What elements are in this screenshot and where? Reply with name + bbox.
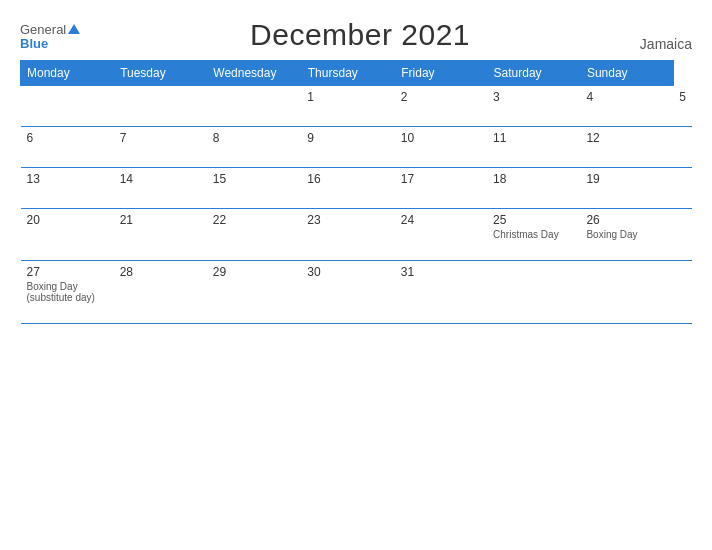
day-number: 16 — [307, 172, 389, 186]
calendar-week-row: 202122232425Christmas Day26Boxing Day — [21, 209, 693, 261]
day-number: 21 — [120, 213, 201, 227]
day-number: 30 — [307, 265, 389, 279]
table-row: 19 — [580, 168, 673, 209]
table-row: 21 — [114, 209, 207, 261]
table-row: 11 — [487, 127, 580, 168]
table-row: 6 — [21, 127, 114, 168]
calendar-week-row: 13141516171819 — [21, 168, 693, 209]
col-monday: Monday — [21, 61, 114, 86]
table-row: 15 — [207, 168, 301, 209]
day-number: 17 — [401, 172, 481, 186]
day-number: 23 — [307, 213, 389, 227]
col-wednesday: Wednesday — [207, 61, 301, 86]
day-number: 6 — [27, 131, 108, 145]
table-row: 16 — [301, 168, 395, 209]
country-label: Jamaica — [640, 36, 692, 52]
calendar-header-row: Monday Tuesday Wednesday Thursday Friday… — [21, 61, 693, 86]
day-number: 1 — [307, 90, 389, 104]
col-thursday: Thursday — [301, 61, 395, 86]
day-number: 11 — [493, 131, 574, 145]
table-row: 10 — [395, 127, 487, 168]
day-number: 24 — [401, 213, 481, 227]
table-row: 5 — [673, 86, 692, 127]
calendar-week-row: 27Boxing Day (substitute day)28293031 — [21, 261, 693, 324]
day-number: 8 — [213, 131, 295, 145]
day-number: 26 — [586, 213, 667, 227]
table-row: 24 — [395, 209, 487, 261]
table-row: 30 — [301, 261, 395, 324]
holiday-label: Boxing Day — [586, 229, 667, 240]
calendar-title: December 2021 — [250, 18, 470, 52]
table-row: 18 — [487, 168, 580, 209]
day-number: 29 — [213, 265, 295, 279]
day-number: 28 — [120, 265, 201, 279]
day-number: 20 — [27, 213, 108, 227]
table-row: 13 — [21, 168, 114, 209]
col-sunday: Sunday — [580, 61, 673, 86]
table-row — [580, 261, 673, 324]
day-number: 25 — [493, 213, 574, 227]
table-row: 28 — [114, 261, 207, 324]
logo-general: General — [20, 21, 80, 37]
col-friday: Friday — [395, 61, 487, 86]
table-row: 12 — [580, 127, 673, 168]
day-number: 4 — [586, 90, 667, 104]
day-number: 3 — [493, 90, 574, 104]
table-row: 26Boxing Day — [580, 209, 673, 261]
table-row: 23 — [301, 209, 395, 261]
table-row: 2 — [395, 86, 487, 127]
col-saturday: Saturday — [487, 61, 580, 86]
day-number: 18 — [493, 172, 574, 186]
day-number: 19 — [586, 172, 667, 186]
table-row: 31 — [395, 261, 487, 324]
table-row: 14 — [114, 168, 207, 209]
table-row: 1 — [301, 86, 395, 127]
day-number: 15 — [213, 172, 295, 186]
table-row: 20 — [21, 209, 114, 261]
day-number: 22 — [213, 213, 295, 227]
calendar-week-row: 12345 — [21, 86, 693, 127]
col-tuesday: Tuesday — [114, 61, 207, 86]
logo: General Blue — [20, 21, 80, 50]
table-row: 8 — [207, 127, 301, 168]
day-number: 5 — [679, 90, 686, 104]
page: General Blue December 2021 Jamaica Monda… — [0, 0, 712, 550]
table-row: 7 — [114, 127, 207, 168]
table-row: 17 — [395, 168, 487, 209]
logo-general-text: General — [20, 22, 66, 37]
table-row — [21, 86, 114, 127]
logo-triangle-icon — [68, 24, 80, 34]
calendar-week-row: 6789101112 — [21, 127, 693, 168]
day-number: 13 — [27, 172, 108, 186]
holiday-label: Boxing Day (substitute day) — [27, 281, 108, 303]
table-row: 9 — [301, 127, 395, 168]
day-number: 12 — [586, 131, 667, 145]
table-row — [114, 86, 207, 127]
table-row: 29 — [207, 261, 301, 324]
table-row: 4 — [580, 86, 673, 127]
header: General Blue December 2021 Jamaica — [20, 18, 692, 52]
calendar-table: Monday Tuesday Wednesday Thursday Friday… — [20, 60, 692, 324]
day-number: 27 — [27, 265, 108, 279]
table-row: 27Boxing Day (substitute day) — [21, 261, 114, 324]
day-number: 31 — [401, 265, 481, 279]
holiday-label: Christmas Day — [493, 229, 574, 240]
day-number: 10 — [401, 131, 481, 145]
day-number: 14 — [120, 172, 201, 186]
table-row — [207, 86, 301, 127]
table-row: 22 — [207, 209, 301, 261]
day-number: 9 — [307, 131, 389, 145]
table-row — [487, 261, 580, 324]
logo-blue-text: Blue — [20, 37, 80, 50]
day-number: 7 — [120, 131, 201, 145]
day-number: 2 — [401, 90, 481, 104]
table-row: 3 — [487, 86, 580, 127]
table-row: 25Christmas Day — [487, 209, 580, 261]
